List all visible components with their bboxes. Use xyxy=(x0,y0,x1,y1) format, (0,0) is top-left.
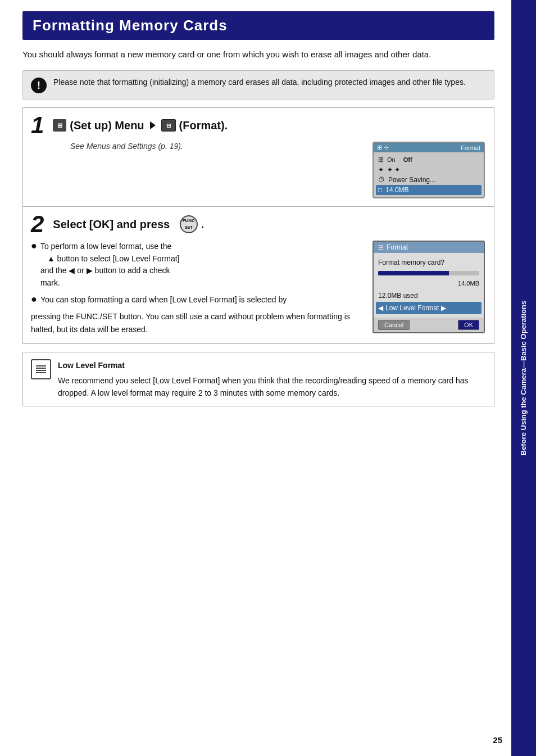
arrow-right-icon xyxy=(150,121,156,129)
camera-screen-mockup: ⊞ ⊹ Format ⊞ On Off ✦ ✦ ✦ xyxy=(373,142,485,198)
step-2-row: 2 Select [OK] and press FUNC SET . xyxy=(23,207,494,343)
step-2-number: 2 xyxy=(31,212,44,236)
func-set-button: FUNC SET xyxy=(180,215,198,233)
page-title: Formatting Memory Cards xyxy=(33,17,484,34)
format-dialog-header-label: Format xyxy=(387,243,408,251)
warning-text: Please note that formatting (initializin… xyxy=(53,76,466,89)
step-1-title-suffix: (Format). xyxy=(179,119,228,132)
page-container: Before Using the Camera—Basic Operations… xyxy=(0,0,536,756)
main-content: Formatting Memory Cards You should alway… xyxy=(0,0,511,423)
note-title: Low Level Format xyxy=(58,359,485,372)
steps-container: 1 ⊞ (Set up) Menu ⊟ (Format). See Menus … xyxy=(22,107,494,344)
step-1-see-also: See Menus and Settings (p. 19). xyxy=(31,142,364,151)
step-2-header: 2 Select [OK] and press FUNC SET . xyxy=(23,207,494,238)
row2-label: ✦ ✦ xyxy=(387,166,400,174)
row3-icon: ⏱ xyxy=(378,176,385,184)
bullet-text-1: To perform a low level format, use the ▲… xyxy=(40,241,180,289)
step-1-title: ⊞ (Set up) Menu ⊟ (Format). xyxy=(53,119,228,132)
format-dialog-header: ⊟ Format xyxy=(374,242,484,253)
camera-screen-header: ⊞ ⊹ Format xyxy=(374,143,484,152)
format-dialog-actions: Cancel OK xyxy=(374,318,484,332)
warning-box: ! Please note that formatting (initializ… xyxy=(22,70,494,99)
note-line-4 xyxy=(36,372,46,373)
bullet-dot-2: ● xyxy=(31,294,37,305)
step-2-title-text: Select [OK] and press xyxy=(53,218,170,231)
step-2-body-text: ● To perform a low level format, use the… xyxy=(31,241,364,336)
intro-paragraph: You should always format a new memory ca… xyxy=(22,48,494,61)
note-content: Low Level Format We recommend you select… xyxy=(58,359,485,399)
cancel-button[interactable]: Cancel xyxy=(378,320,410,330)
step-1-title-text: (Set up) Menu xyxy=(70,119,144,132)
camera-screen-body: ⊞ On Off ✦ ✦ ✦ ⏱ Power Saving... xyxy=(374,152,484,197)
progress-bar-fill xyxy=(378,271,449,275)
progress-bar xyxy=(378,271,479,275)
row4-label: 14.0MB xyxy=(385,186,408,194)
sidebar-label: Before Using the Camera—Basic Operations xyxy=(519,301,529,455)
row1-label: On Off xyxy=(387,156,412,163)
step-1-number: 1 xyxy=(31,114,44,137)
setup-menu-icon: ⊞ xyxy=(53,119,66,132)
format-dialog-icon: ⊟ xyxy=(378,243,384,251)
note-icon xyxy=(31,359,51,379)
bullet-item-2: ● You can stop formatting a card when [L… xyxy=(31,294,364,306)
step-2-extra-para: pressing the FUNC./SET button. You can s… xyxy=(31,310,364,336)
warning-icon: ! xyxy=(31,78,47,93)
bullet-item-1: ● To perform a low level format, use the… xyxy=(31,241,364,289)
note-box: Low Level Format We recommend you select… xyxy=(22,352,494,406)
format-icon: ⊟ xyxy=(161,119,176,132)
low-level-arrows: ◀ xyxy=(378,303,383,313)
row4-icon: □ xyxy=(378,186,382,194)
bullet-text-2: You can stop formatting a card when [Low… xyxy=(40,294,287,306)
format-dialog-row-progress-label: 14.0MB xyxy=(378,278,479,289)
step-2-bullet-list-2: ● You can stop formatting a card when [L… xyxy=(31,294,364,306)
row2-icon: ✦ xyxy=(378,166,384,174)
page-number: 25 xyxy=(493,735,502,745)
step-1-row: 1 ⊞ (Set up) Menu ⊟ (Format). See Menus … xyxy=(23,108,494,207)
ok-button[interactable]: OK xyxy=(458,320,479,330)
format-dialog-row-2: 12.0MB used xyxy=(378,289,479,302)
camera-menu-row-4-highlighted: □ 14.0MB xyxy=(376,185,482,195)
step-2-title: Select [OK] and press FUNC SET . xyxy=(53,215,204,233)
row3-label: Power Saving... xyxy=(388,176,435,184)
step-2-body: ● To perform a low level format, use the… xyxy=(23,238,494,343)
camera-menu-row-1: ⊞ On Off xyxy=(378,155,479,165)
camera-screen-format-label: Format xyxy=(461,144,480,151)
note-body: We recommend you select [Low Level Forma… xyxy=(58,376,468,397)
camera-screen-icon: ⊞ ⊹ xyxy=(377,144,389,151)
right-sidebar: Before Using the Camera—Basic Operations xyxy=(511,0,536,756)
format-dialog-mockup: ⊟ Format Format memory card? 14.0MB 12.0… xyxy=(373,241,485,333)
format-dialog-row-1: Format memory card? xyxy=(378,256,479,269)
title-bar: Formatting Memory Cards xyxy=(22,11,494,40)
step-1-body: See Menus and Settings (p. 19). ⊞ ⊹ Form… xyxy=(23,139,494,206)
row1-icon: ⊞ xyxy=(378,156,384,164)
bullet-dot-1: ● xyxy=(31,241,37,252)
low-level-label: Low Level Format xyxy=(385,303,439,313)
camera-menu-row-3: ⏱ Power Saving... xyxy=(378,175,479,185)
note-line-2 xyxy=(36,368,46,369)
camera-menu-row-2: ✦ ✦ ✦ xyxy=(378,165,479,175)
step-1-body-text: See Menus and Settings (p. 19). xyxy=(31,142,364,155)
note-line-3 xyxy=(36,370,46,371)
note-line-1 xyxy=(36,365,46,366)
step-2-bullet-list: ● To perform a low level format, use the… xyxy=(31,241,364,289)
step-1-header: 1 ⊞ (Set up) Menu ⊟ (Format). xyxy=(23,108,494,139)
format-dialog-low-level-row: ◀ Low Level Format ▶ xyxy=(376,302,482,314)
format-dialog-body: Format memory card? 14.0MB 12.0MB used ◀… xyxy=(374,253,484,318)
low-level-arrow-right: ▶ xyxy=(441,303,446,313)
note-lines xyxy=(36,365,46,373)
